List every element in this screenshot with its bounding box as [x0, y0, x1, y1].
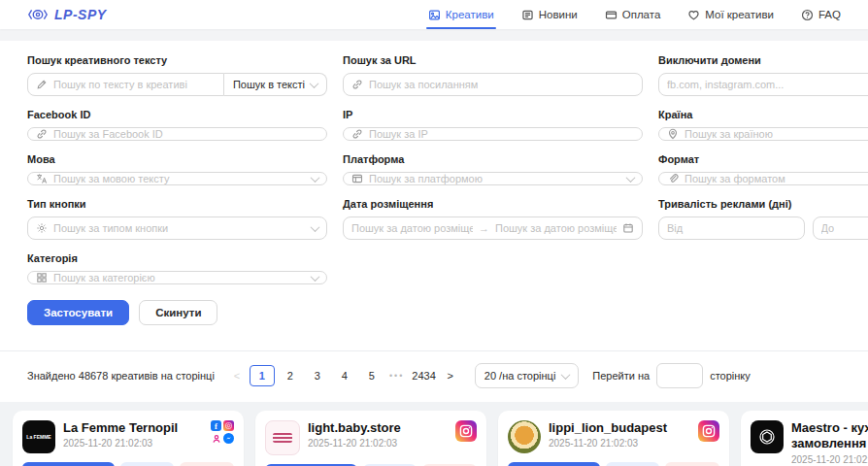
page-button-2[interactable]: 2 [279, 366, 302, 385]
view-button[interactable] [606, 462, 660, 466]
instagram-icon [455, 420, 477, 442]
favorite-button[interactable] [180, 462, 234, 466]
results-summary: Знайдено 48678 креативів на сторінці [27, 370, 215, 382]
reset-button[interactable]: Скинути [139, 300, 217, 325]
filter-actions: Застосувати Скинути [27, 300, 868, 325]
nav-item-creatives[interactable]: Креативи [428, 0, 494, 29]
filter-language: Мова [27, 150, 327, 185]
duration-from-field[interactable] [667, 222, 796, 234]
platform-field[interactable] [369, 173, 621, 184]
platform-select[interactable] [343, 172, 643, 185]
facebook-icon: f [211, 420, 221, 431]
ip-field[interactable] [369, 128, 634, 140]
date-range-picker[interactable]: → [343, 216, 643, 240]
creative-card[interactable]: La FEMME La Femme Ternopil 2025-11-20 21… [13, 411, 244, 466]
card-title: La Femme Ternopil [63, 420, 201, 436]
country-field[interactable] [684, 128, 868, 140]
news-icon [521, 9, 534, 21]
pagination: < 1 2 3 4 5 ••• 2434 > [228, 365, 459, 386]
field-label: IP [343, 109, 643, 120]
button-type-field[interactable] [53, 222, 306, 234]
date-from-field[interactable] [351, 222, 473, 234]
card-title: Maestro - кухні, меблі на замовлення в У… [791, 420, 868, 452]
facebook-id-input[interactable] [27, 127, 327, 141]
view-button[interactable] [120, 462, 175, 466]
page-button-5[interactable]: 5 [360, 366, 384, 385]
duration-from-input[interactable] [658, 216, 805, 240]
creative-text-field[interactable] [53, 79, 216, 90]
next-page-button[interactable]: > [442, 370, 459, 382]
field-label: Тривалість реклами (дні) [658, 198, 868, 210]
heart-icon [687, 9, 700, 21]
creative-text-input[interactable] [27, 73, 224, 96]
page-button-4[interactable]: 4 [333, 366, 356, 385]
network-badges: f [209, 420, 234, 453]
favorite-button[interactable] [665, 462, 719, 466]
credit-card-icon [605, 9, 618, 21]
eye-logo-icon [27, 7, 49, 22]
page-button-3[interactable]: 3 [306, 366, 329, 385]
language-field[interactable] [53, 173, 306, 184]
url-input[interactable] [343, 73, 643, 96]
pagination-ellipsis[interactable]: ••• [387, 371, 406, 381]
avatar: La FEMME [22, 420, 55, 453]
goto-prefix: Перейти на [592, 370, 650, 382]
page-size-select[interactable]: 20 /на сторінці [475, 363, 580, 388]
field-label: Пошук креативного тексту [27, 54, 327, 66]
category-field[interactable] [53, 272, 306, 283]
logo-text: LP-SPY [54, 7, 107, 22]
nav-label: Оплата [622, 9, 661, 20]
days-button[interactable]: 0 days [508, 462, 600, 466]
creative-card[interactable]: lippi_lion_budapest 2025-11-20 21:02:03 … [498, 411, 729, 466]
exclude-domains-input[interactable] [658, 73, 868, 96]
logo[interactable]: LP-SPY [27, 7, 107, 22]
gear-icon [36, 222, 48, 234]
ip-input[interactable] [343, 127, 643, 141]
date-to-field[interactable] [495, 222, 617, 234]
filter-exclude-domains: Виключити домени [658, 50, 868, 96]
filter-button-type: Тип кнопки [27, 194, 327, 240]
card-title: lippi_lion_budapest [549, 420, 690, 436]
nav-label: Новини [539, 9, 578, 20]
nav-item-news[interactable]: Новини [521, 0, 578, 29]
chevron-down-icon [310, 79, 319, 88]
facebook-id-field[interactable] [53, 128, 318, 140]
format-input[interactable] [658, 172, 868, 185]
page-button-last[interactable]: 2434 [410, 366, 437, 385]
avatar [265, 420, 300, 455]
goto-page: Перейти на сторінку [592, 363, 750, 388]
field-label: Facebook ID [27, 109, 327, 120]
button-type-select[interactable] [27, 216, 327, 240]
country-input[interactable] [658, 127, 868, 141]
chevron-down-icon [626, 173, 636, 183]
location-pin-icon [667, 128, 679, 140]
filter-duration: Тривалість реклами (дні) [658, 194, 868, 240]
goto-page-input[interactable] [656, 363, 703, 388]
filter-panel: Пошук креативного тексту Пошук в тексті [0, 41, 868, 350]
filter-format: Формат [658, 150, 868, 185]
nav-item-my-creatives[interactable]: Мої креативи [687, 0, 774, 29]
language-select[interactable] [27, 172, 327, 185]
exclude-domains-field[interactable] [667, 79, 868, 90]
text-search-mode-select[interactable]: Пошук в тексті [224, 73, 327, 96]
field-label: Виключити домени [658, 54, 868, 66]
creatives-list: La FEMME La Femme Ternopil 2025-11-20 21… [0, 402, 868, 466]
apply-button[interactable]: Застосувати [27, 300, 129, 325]
nav-item-faq[interactable]: FAQ [801, 0, 841, 29]
days-button[interactable]: 3 days [22, 462, 115, 466]
field-label: Тип кнопки [27, 198, 327, 210]
creative-card[interactable]: Maestro - кухні, меблі на замовлення в У… [741, 411, 868, 466]
nav-item-payment[interactable]: Оплата [605, 0, 661, 29]
filter-creative-text: Пошук креативного тексту Пошук в тексті [27, 50, 327, 96]
card-title: light.baby.store [308, 420, 448, 436]
duration-to-input[interactable] [813, 216, 868, 240]
category-select[interactable] [27, 271, 327, 284]
creative-card[interactable]: light.baby.store 2025-11-20 21:02:03 3 d… [255, 411, 486, 466]
page-button-1[interactable]: 1 [250, 365, 275, 386]
format-field[interactable] [684, 173, 868, 184]
prev-page-button[interactable]: < [228, 370, 246, 382]
nav-label: Мої креативи [705, 9, 774, 20]
url-field[interactable] [369, 79, 634, 90]
chevron-down-icon [311, 272, 320, 282]
duration-to-field[interactable] [821, 222, 868, 234]
